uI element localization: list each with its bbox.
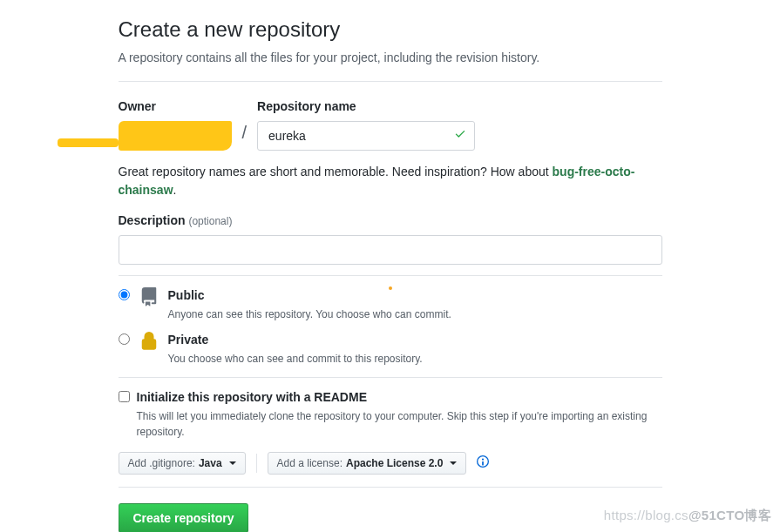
slash-separator: / [239,119,251,151]
readme-checkbox[interactable] [119,391,130,402]
public-title: Public [168,288,205,302]
readme-row: Initialize this repository with a README… [119,388,662,440]
vertical-separator [256,454,257,473]
description-input[interactable] [119,235,662,265]
info-icon[interactable] [477,455,489,473]
orange-dot-icon [389,286,392,290]
page-title: Create a new repository [119,14,662,45]
owner-selector[interactable] [119,121,232,151]
visibility-private-row: Private You choose who can see and commi… [119,331,662,367]
chevron-down-icon [229,461,236,465]
license-select[interactable]: Add a license: Apache License 2.0 [268,452,467,475]
owner-repo-row: Owner / Repository name [119,98,662,151]
divider [119,81,662,82]
public-radio[interactable] [119,289,130,300]
lock-icon [139,331,159,352]
dropdown-row: Add .gitignore: Java Add a license: Apac… [119,452,662,475]
repo-name-label: Repository name [257,98,475,116]
divider [119,487,662,488]
page-subtitle: A repository contains all the files for … [119,49,662,67]
readme-title: Initialize this repository with a README [137,390,367,404]
private-title: Private [168,333,209,347]
divider [119,275,662,276]
private-radio[interactable] [119,333,130,345]
readme-sub: This will let you immediately clone the … [137,408,662,440]
repo-icon [139,286,159,307]
gitignore-select[interactable]: Add .gitignore: Java [119,452,246,475]
public-sub: Anyone can see this repository. You choo… [168,306,451,322]
private-sub: You choose who can see and commit to thi… [168,351,423,367]
owner-label: Owner [119,98,232,116]
visibility-public-row: Public Anyone can see this repository. Y… [119,286,662,322]
description-label: Description (optional) [119,212,662,230]
repo-name-input[interactable] [257,121,475,151]
check-icon [454,127,466,145]
name-hint: Great repository names are short and mem… [119,163,662,199]
divider [119,377,662,378]
chevron-down-icon [450,461,457,465]
create-repository-button[interactable]: Create repository [119,503,249,532]
